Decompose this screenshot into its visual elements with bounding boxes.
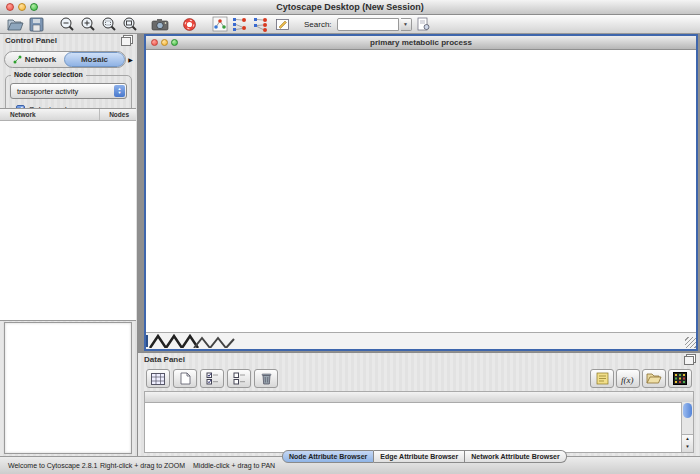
- network-canvas[interactable]: [146, 50, 696, 332]
- layout-icon-2[interactable]: [252, 16, 271, 33]
- zoom-out-icon[interactable]: [57, 16, 76, 33]
- net-zoom-button[interactable]: [171, 39, 178, 46]
- attribute-table: ▲▼: [144, 391, 694, 453]
- tree-column-nodes[interactable]: Nodes: [109, 111, 129, 118]
- zoom-selected-icon[interactable]: [99, 16, 118, 33]
- main-toolbar: Search: ▼: [0, 15, 700, 34]
- snapshot-camera-icon[interactable]: [150, 16, 169, 33]
- tab-edge-attribute-browser[interactable]: Edge Attribute Browser: [374, 450, 465, 463]
- node-color-selection-label: Node color selection: [11, 71, 86, 78]
- tab-network-label: Network: [25, 55, 57, 64]
- open-icon[interactable]: [6, 16, 25, 33]
- status-pan-hint: Middle-click + drag to PAN: [193, 462, 275, 469]
- zoom-in-icon[interactable]: [78, 16, 97, 33]
- background-network-fragment: [148, 333, 240, 348]
- annotation-icon[interactable]: [273, 16, 292, 33]
- attribute-browser-tabs: Node Attribute Browser Edge Attribute Br…: [282, 450, 567, 463]
- resize-grip-icon[interactable]: [685, 337, 696, 348]
- network-overview-icon[interactable]: [210, 16, 229, 33]
- search-dropdown-icon[interactable]: ▼: [401, 18, 412, 31]
- network-tab-icon: [13, 55, 22, 64]
- table-scrollbar[interactable]: ▲▼: [681, 402, 693, 452]
- data-panel: Data Panel f(x) ▲▼: [138, 352, 700, 456]
- scroll-down-icon[interactable]: ▼: [682, 443, 693, 451]
- minimized-window-bar[interactable]: [146, 335, 148, 347]
- node-color-dropdown[interactable]: transporter activity ▲▼: [10, 83, 127, 99]
- matrix-icon[interactable]: [668, 369, 692, 388]
- float-data-panel-icon[interactable]: [684, 356, 694, 365]
- new-attribute-icon[interactable]: [173, 369, 197, 388]
- control-panel-title: Control Panel: [5, 36, 57, 45]
- scroll-up-icon[interactable]: ▲: [682, 435, 693, 443]
- layout-icon-1[interactable]: [231, 16, 250, 33]
- control-panel: Control Panel Network Mosaic ▶ Node colo…: [0, 34, 138, 456]
- save-icon[interactable]: [27, 16, 46, 33]
- cytoscape-window: Cytoscape Desktop (New Session) Search: …: [0, 0, 700, 474]
- float-panel-icon[interactable]: [121, 37, 131, 46]
- status-welcome: Welcome to Cytoscape 2.8.1: [8, 462, 97, 469]
- tab-overflow-icon[interactable]: ▶: [126, 56, 135, 63]
- select-attributes-icon[interactable]: [200, 369, 224, 388]
- import-attributes-icon[interactable]: [642, 369, 666, 388]
- help-lifesaver-icon[interactable]: [180, 16, 199, 33]
- data-panel-header: Data Panel: [138, 353, 700, 367]
- scrollbar-thumb[interactable]: [683, 403, 692, 418]
- data-panel-title: Data Panel: [144, 355, 185, 364]
- minimized-windows-strip: [146, 332, 696, 349]
- attribute-table-header: [145, 392, 693, 403]
- tree-column-network[interactable]: Network: [10, 111, 36, 118]
- tab-mosaic-label: Mosaic: [81, 55, 108, 64]
- window-titlebar: Cytoscape Desktop (New Session): [0, 0, 700, 15]
- network-desktop: primary metabolic process: [138, 34, 700, 352]
- window-title: Cytoscape Desktop (New Session): [0, 2, 700, 12]
- tab-network-attribute-browser[interactable]: Network Attribute Browser: [465, 450, 566, 463]
- tab-node-attribute-browser[interactable]: Node Attribute Browser: [282, 450, 374, 463]
- status-bar: Welcome to Cytoscape 2.8.1 Right-click +…: [0, 456, 700, 474]
- net-minimize-button[interactable]: [161, 39, 168, 46]
- network-window: primary metabolic process: [144, 34, 698, 351]
- svg-text:f(x): f(x): [621, 374, 634, 384]
- delete-attribute-icon[interactable]: [254, 369, 278, 388]
- search-label: Search:: [304, 20, 332, 29]
- net-close-button[interactable]: [151, 39, 158, 46]
- search-options-icon[interactable]: [414, 16, 433, 33]
- dropdown-stepper-icon[interactable]: ▲▼: [114, 85, 125, 97]
- function-builder-icon[interactable]: f(x): [616, 369, 640, 388]
- tab-mosaic[interactable]: Mosaic: [64, 52, 125, 67]
- node-color-dropdown-value: transporter activity: [17, 87, 78, 96]
- tab-network[interactable]: Network: [5, 52, 64, 67]
- unselect-attributes-icon[interactable]: [227, 369, 251, 388]
- zoom-fit-icon[interactable]: [120, 16, 139, 33]
- birds-eye-view[interactable]: [4, 322, 132, 454]
- network-tree: Network Nodes: [0, 108, 136, 321]
- network-window-title: primary metabolic process: [146, 36, 696, 47]
- search-input[interactable]: [337, 18, 399, 31]
- data-panel-toolbar: f(x): [146, 369, 692, 388]
- tree-header: Network Nodes: [0, 109, 136, 121]
- table-grid-icon[interactable]: [146, 369, 170, 388]
- control-panel-tab-bar: Network Mosaic: [4, 51, 126, 68]
- control-panel-header: Control Panel: [0, 34, 137, 49]
- status-zoom-hint: Right-click + drag to ZOOM: [100, 462, 185, 469]
- network-window-titlebar[interactable]: primary metabolic process: [146, 36, 696, 50]
- notes-icon[interactable]: [590, 369, 614, 388]
